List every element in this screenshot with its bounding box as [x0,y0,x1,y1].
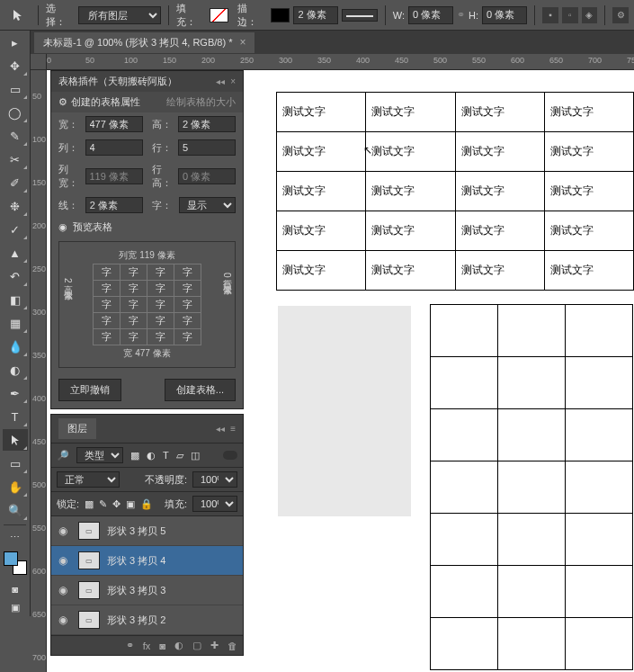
table-cell[interactable] [566,461,633,514]
layer-selection-dropdown[interactable]: 所有图层 [78,6,161,24]
color-swatches[interactable] [4,551,27,575]
table-cell[interactable] [498,566,566,618]
lock-brush-icon[interactable]: ✎ [99,498,107,510]
table-cell[interactable]: 测试文字 [544,172,633,211]
table-cell[interactable]: 测试文字 [277,211,366,251]
table-cell[interactable] [498,357,566,409]
plugin-panel-header[interactable]: 表格插件（天朝搬砖阿版） ◂◂ × [51,71,243,92]
table-cell[interactable]: 测试文字 [455,132,544,172]
document-tab[interactable]: 未标题-1 @ 100% (形状 3 拷贝 4, RGB/8) * × [34,32,254,53]
table-cell[interactable] [566,305,633,357]
stroke-style-dropdown[interactable] [342,9,377,22]
line-input[interactable] [85,197,143,213]
gear-icon[interactable]: ⚙ [58,96,67,108]
zoom-tool[interactable]: 🔍 [3,499,28,521]
table-cell[interactable]: 测试文字 [544,211,633,251]
lock-artboard-icon[interactable]: ▣ [126,498,135,510]
group-icon[interactable]: ▢ [192,640,201,651]
layer-row[interactable]: ◉▭形状 3 拷贝 4 [51,546,243,576]
visibility-icon[interactable]: ◉ [58,554,71,567]
quick-mask-icon[interactable]: ◙ [5,580,25,598]
table-cell[interactable]: 测试文字 [277,172,366,211]
table-cell[interactable] [431,409,498,461]
table-cell[interactable]: 测试文字 [455,93,544,132]
table-cell[interactable]: 测试文字 [277,93,366,132]
crop-tool[interactable]: ✂ [3,148,28,170]
layer-row[interactable]: ◉▭形状 3 拷贝 3 [51,576,243,605]
font-select[interactable]: 显示 [179,197,236,213]
rows-input[interactable] [178,139,236,156]
table-height-input[interactable] [178,116,236,132]
eye-icon[interactable]: ◉ [58,221,67,233]
table-cell[interactable] [431,305,498,357]
filter-toggle[interactable] [223,451,237,460]
layer-row[interactable]: ◉▭形状 3 拷贝 5 [51,516,243,546]
align-button[interactable]: ▪ [542,7,558,23]
test-text-table[interactable]: 测试文字测试文字测试文字测试文字测试文字测试文字测试文字测试文字测试文字测试文字… [276,92,634,291]
table-cell[interactable] [498,618,566,670]
brush-tool[interactable]: ✓ [3,219,28,240]
path-select-tool[interactable] [3,429,28,451]
settings-icon[interactable]: ⚙ [612,7,629,23]
visibility-icon[interactable]: ◉ [58,524,71,537]
subtab-size[interactable]: 绘制表格的大小 [166,95,236,109]
table-cell[interactable] [498,461,566,514]
width-input[interactable] [408,6,453,24]
fill-swatch[interactable] [210,8,229,22]
quick-select-tool[interactable]: ✎ [3,125,28,147]
lock-position-icon[interactable]: ✥ [112,498,121,510]
arrow-tool-icon[interactable] [5,4,31,26]
table-cell[interactable] [431,566,498,618]
fill-select[interactable]: 100% [192,496,237,512]
table-cell[interactable]: 测试文字 [366,93,455,132]
lock-all-icon[interactable]: 🔒 [140,498,153,510]
gradient-tool[interactable]: ▦ [3,312,28,334]
adjustment-icon[interactable]: ◐ [174,640,183,651]
align-button[interactable]: ▫ [562,7,578,23]
panel-menu-icon[interactable]: ≡ [230,424,236,434]
eraser-tool[interactable]: ◧ [3,289,28,310]
table-cell[interactable]: 测试文字 [455,251,544,291]
horizontal-ruler[interactable]: 0501001502002503003504004505005506006507… [47,54,634,70]
align-button[interactable]: ◈ [582,7,598,23]
vertical-ruler[interactable]: 5010015020025030035040045050055060065070… [31,70,47,672]
stamp-tool[interactable]: ▲ [3,242,28,264]
filter-adjust-icon[interactable]: ◐ [147,450,156,461]
table-cell[interactable]: 测试文字 [366,211,455,251]
filter-image-icon[interactable]: ▩ [130,450,139,461]
hand-tool[interactable]: ✋ [3,476,28,497]
mask-icon[interactable]: ◙ [159,641,165,651]
blur-tool[interactable]: 💧 [3,336,28,357]
dodge-tool[interactable]: ◐ [3,359,28,381]
table-cell[interactable]: 测试文字 [455,211,544,251]
table-cell[interactable]: 测试文字 [277,132,366,172]
empty-table[interactable] [430,304,633,670]
close-icon[interactable]: × [230,76,236,86]
table-cell[interactable] [566,357,633,409]
move-tool[interactable]: ✥ [3,55,28,76]
new-layer-icon[interactable]: ✚ [210,640,219,651]
fx-icon[interactable]: fx [143,641,151,651]
table-cell[interactable]: 测试文字 [277,251,366,291]
eyedropper-tool[interactable]: ✐ [3,172,28,193]
table-cell[interactable]: 测试文字 [544,132,633,172]
visibility-icon[interactable]: ◉ [58,584,71,596]
type-tool[interactable]: T [3,406,28,427]
table-cell[interactable] [498,305,566,357]
layer-row[interactable]: ◉▭形状 3 拷贝 2 [51,605,243,635]
history-brush-tool[interactable]: ↶ [3,265,28,287]
filter-type-select[interactable]: 类型 [76,447,123,463]
filter-smart-icon[interactable]: ◫ [191,450,200,461]
table-cell[interactable] [431,357,498,409]
layers-panel-header[interactable]: 图层 ◂◂ ≡ [51,415,243,444]
screen-mode-icon[interactable]: ▣ [5,598,25,616]
table-cell[interactable] [566,618,633,670]
height-input[interactable] [482,6,527,24]
layers-tab[interactable]: 图层 [58,418,96,439]
opacity-select[interactable]: 100% [192,471,237,488]
filter-type-icon[interactable]: T [163,450,169,461]
expand-icon[interactable]: ▸ [3,31,28,53]
search-icon[interactable]: 🔎 [57,450,69,461]
table-cell[interactable]: 测试文字 [366,172,455,211]
ruler-origin[interactable] [31,54,47,70]
